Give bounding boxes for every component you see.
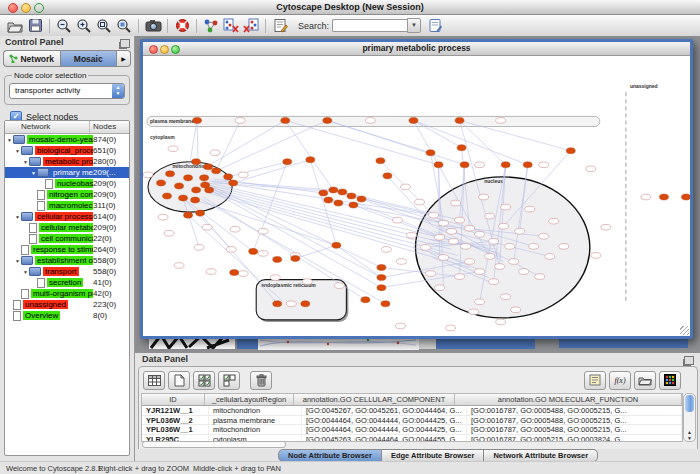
table-row[interactable]: YPL036W__2plasma membrane[GO:0044464, GO… [142, 416, 682, 426]
network-node-selected[interactable] [681, 194, 690, 200]
network-node[interactable] [475, 269, 485, 275]
network-node[interactable] [426, 271, 436, 277]
tree-column-network[interactable]: Network [5, 121, 90, 133]
tree-row-mosaic-demo-yeast[interactable]: ▼mosaic-demo-yeast874(0) [5, 134, 129, 145]
tree-row-establishment-of-lo[interactable]: ▼establishment of lo558(0) [5, 255, 129, 266]
network-node-selected[interactable] [184, 175, 193, 181]
vertical-scrollbar[interactable]: ▲▼ [683, 393, 696, 442]
network-node-selected[interactable] [249, 248, 258, 254]
select-attributes-button[interactable] [193, 371, 215, 390]
network-node-selected[interactable] [332, 242, 341, 248]
network-node[interactable] [559, 244, 569, 250]
network-node[interactable] [158, 214, 168, 220]
network-node[interactable] [465, 259, 475, 265]
tree-row-unassigned[interactable]: unassigned223(0) [5, 299, 129, 310]
network-node-selected[interactable] [501, 162, 510, 168]
expander-icon[interactable]: ▼ [30, 170, 37, 176]
network-node[interactable] [461, 244, 471, 250]
network-node-selected[interactable] [383, 173, 392, 179]
tab-mosaic[interactable]: Mosaic [60, 50, 118, 67]
network-node[interactable] [392, 217, 402, 223]
network-node[interactable] [396, 259, 406, 265]
network-node[interactable] [479, 194, 489, 200]
network-edge[interactable] [310, 160, 336, 246]
function-builder-button[interactable]: f(x) [609, 371, 631, 390]
network-node-selected[interactable] [196, 210, 205, 216]
network-node-selected[interactable] [319, 190, 328, 196]
network-node[interactable] [489, 239, 499, 245]
network-node-selected[interactable] [191, 197, 200, 203]
snapshot-button[interactable] [143, 17, 163, 35]
network-node-selected[interactable] [212, 168, 221, 174]
network-edge[interactable] [203, 120, 285, 168]
import-attributes-button[interactable] [634, 371, 656, 390]
network-node[interactable] [414, 199, 424, 205]
network-node-selected[interactable] [306, 157, 315, 163]
network-node[interactable] [496, 118, 506, 124]
network-node[interactable] [455, 274, 465, 280]
network-node-selected[interactable] [323, 117, 332, 123]
zoom-selected-button[interactable] [114, 17, 134, 35]
float-panel-icon[interactable] [120, 39, 130, 48]
network-node[interactable] [210, 150, 220, 156]
expander-icon[interactable]: ▼ [14, 148, 21, 154]
network-node-selected[interactable] [523, 162, 532, 168]
network-node[interactable] [439, 255, 449, 261]
tree-row-macromolecule[interactable]: macromolecule311(0) [5, 200, 129, 211]
network-node-selected[interactable] [349, 202, 358, 208]
network-node[interactable] [334, 283, 344, 289]
resize-grip-icon[interactable] [680, 326, 689, 335]
scrollbar-thumb[interactable] [685, 395, 694, 412]
network-node-selected[interactable] [426, 150, 435, 156]
tree-row-nitrogen-compo[interactable]: nitrogen compo209(0) [5, 189, 129, 200]
tree-row-cellular-process[interactable]: ▼cellular process614(0) [5, 211, 129, 222]
merge-networks-alt-button[interactable] [241, 17, 261, 35]
network-node-selected[interactable] [229, 180, 238, 186]
window-titlebar[interactable]: Cytoscape Desktop (New Session) [0, 0, 700, 15]
scrollbar-arrows[interactable]: ▲▼ [684, 429, 695, 441]
tree-row-response-to-stimulu[interactable]: response to stimulu264(0) [5, 244, 129, 255]
network-node-selected[interactable] [179, 195, 188, 201]
network-node[interactable] [469, 309, 479, 315]
network-node-selected[interactable] [329, 187, 338, 193]
table-row[interactable]: YJR121W__1mitochondrion[GO:0045267, GO:0… [142, 406, 682, 416]
network-node[interactable] [164, 230, 174, 236]
network-node[interactable] [501, 204, 511, 210]
network-node[interactable] [505, 244, 515, 250]
network-edge[interactable] [460, 120, 506, 164]
network-node-selected[interactable] [204, 164, 213, 170]
search-dropdown-arrow-icon[interactable]: ▼ [407, 18, 421, 33]
network-node[interactable] [489, 279, 499, 285]
network-node[interactable] [465, 225, 475, 231]
network-node[interactable] [446, 325, 456, 331]
network-node[interactable] [206, 269, 216, 275]
network-node[interactable] [435, 285, 445, 291]
network-edge[interactable] [285, 120, 333, 189]
network-node[interactable] [235, 118, 245, 124]
network-node[interactable] [286, 301, 296, 307]
network-node-selected[interactable] [224, 174, 233, 180]
network-node-selected[interactable] [166, 171, 175, 177]
network-node[interactable] [539, 233, 549, 239]
network-node[interactable] [194, 245, 204, 251]
network-node-selected[interactable] [460, 162, 469, 168]
horizontal-scrollbar[interactable] [142, 441, 286, 448]
network-node-selected[interactable] [566, 148, 575, 154]
merge-networks-button[interactable] [221, 17, 241, 35]
network-window-titlebar[interactable]: primary metabolic process [143, 42, 690, 56]
network-node[interactable] [475, 299, 485, 305]
unselect-attributes-button[interactable] [218, 371, 240, 390]
search-input[interactable] [332, 19, 407, 32]
network-node-selected[interactable] [377, 264, 386, 270]
network-node-selected[interactable] [163, 193, 172, 199]
network-node[interactable] [168, 146, 178, 152]
network-node[interactable] [258, 251, 268, 257]
network-node-selected[interactable] [200, 175, 209, 181]
network-node-selected[interactable] [283, 159, 292, 165]
network-node[interactable] [501, 294, 511, 300]
table-row[interactable]: YPL036W__1mitochondrion[GO:0044464, GO:0… [142, 425, 682, 435]
network-node[interactable] [495, 264, 505, 270]
minimize-view-icon[interactable] [160, 45, 169, 54]
network-node-selected[interactable] [192, 159, 201, 165]
network-node[interactable] [270, 275, 280, 281]
